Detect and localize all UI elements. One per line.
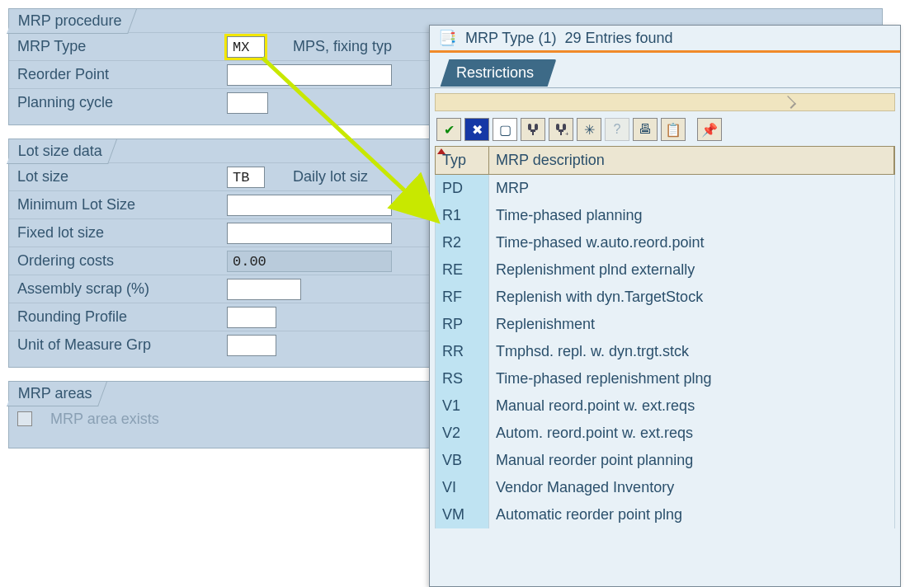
svg-rect-7 xyxy=(560,132,562,135)
table-row[interactable]: VIVendor Managed Inventory xyxy=(436,474,894,501)
find-next-icon[interactable]: + xyxy=(549,118,573,141)
toolbar-separator xyxy=(689,119,694,140)
table-row[interactable]: RRTmphsd. repl. w. dyn.trgt.stck xyxy=(436,338,894,365)
cell-desc: MRP xyxy=(489,175,894,202)
lot-size-input[interactable]: TB xyxy=(227,167,265,188)
table-row[interactable]: PDMRP xyxy=(436,175,894,202)
label-rounding-profile: Rounding Profile xyxy=(17,308,215,326)
clipboard-icon[interactable]: 📋 xyxy=(661,118,686,141)
fixed-lot-size-input[interactable] xyxy=(227,223,392,244)
planning-cycle-input[interactable] xyxy=(227,92,268,114)
cell-typ: RE xyxy=(436,256,489,284)
cell-desc: Replenishment plnd externally xyxy=(489,256,894,284)
mrp-type-input[interactable]: MX xyxy=(227,36,265,58)
cell-desc: Time-phased w.auto.reord.point xyxy=(489,229,894,256)
popup-divider xyxy=(435,93,895,111)
table-body: PDMRPR1Time-phased planningR2Time-phased… xyxy=(435,175,895,528)
table-row[interactable]: V2Autom. reord.point w. ext.reqs xyxy=(436,420,894,447)
table-row[interactable]: RPReplenishment xyxy=(436,311,894,338)
table-row[interactable]: REReplenishment plnd externally xyxy=(436,256,894,284)
table-row[interactable]: R1Time-phased planning xyxy=(436,202,894,229)
cell-typ: VM xyxy=(436,501,489,528)
label-planning-cycle: Planning cycle xyxy=(17,94,215,111)
cell-desc: Tmphsd. repl. w. dyn.trgt.stck xyxy=(489,338,894,365)
cell-typ: V1 xyxy=(436,392,489,420)
cell-desc: Replenish with dyn.TargetStock xyxy=(489,284,894,311)
svg-rect-6 xyxy=(559,129,563,132)
label-reorder-point: Reorder Point xyxy=(17,66,215,83)
label-fixed-lot-size: Fixed lot size xyxy=(17,224,215,242)
cell-desc: Automatic reorder point plng xyxy=(489,501,894,528)
cell-desc: Vendor Managed Inventory xyxy=(489,474,894,501)
table-row[interactable]: RFReplenish with dyn.TargetStock xyxy=(436,284,894,311)
cell-desc: Manual reord.point w. ext.reqs xyxy=(489,392,894,420)
cell-typ: V2 xyxy=(436,420,489,447)
svg-rect-1 xyxy=(535,124,538,130)
label-lot-size: Lot size xyxy=(17,168,215,185)
cell-typ: VB xyxy=(436,447,489,474)
uom-grp-input[interactable] xyxy=(227,335,276,356)
cell-typ: R2 xyxy=(436,229,489,256)
new-icon[interactable]: ▢ xyxy=(493,118,517,141)
mrp-area-exists-label: MRP area exists xyxy=(50,411,159,428)
print-icon[interactable]: 🖶 xyxy=(633,118,658,141)
pin-icon[interactable]: 📌 xyxy=(697,118,722,141)
ordering-costs-input: 0.00 xyxy=(227,251,392,272)
popup-tabbar: Restrictions xyxy=(430,53,900,88)
check-icon[interactable]: ✔ xyxy=(436,118,461,141)
tab-restrictions[interactable]: Restrictions xyxy=(441,59,557,87)
group-title-mrp-procedure: MRP procedure xyxy=(7,9,137,34)
add-column-icon[interactable]: ✳ xyxy=(577,118,601,141)
popup-toolbar: ✔ ✖ ▢ + ✳ ? 🖶 📋 📌 xyxy=(430,116,900,146)
cell-desc: Replenishment xyxy=(489,311,894,338)
cell-typ: R1 xyxy=(436,202,489,229)
group-title-mrp-areas: MRP areas xyxy=(7,382,107,406)
table-row[interactable]: RSTime-phased replenishment plng xyxy=(436,365,894,392)
cell-desc: Time-phased replenishment plng xyxy=(489,365,894,392)
label-assembly-scrap: Assembly scrap (%) xyxy=(17,280,215,298)
help-icon[interactable]: ? xyxy=(605,118,629,141)
cell-desc: Time-phased planning xyxy=(489,202,894,229)
cell-typ: RF xyxy=(436,284,489,311)
f4-help-popup: 📑 MRP Type (1) 29 Entries found Restrict… xyxy=(429,25,901,587)
cell-typ: VI xyxy=(436,474,489,501)
cell-typ: PD xyxy=(436,175,489,202)
lot-size-desc: Daily lot siz xyxy=(293,168,368,185)
svg-rect-4 xyxy=(556,124,559,130)
min-lot-size-input[interactable] xyxy=(227,195,392,216)
table-row[interactable]: V1Manual reord.point w. ext.reqs xyxy=(436,392,894,420)
col-header-typ[interactable]: Typ xyxy=(436,147,489,174)
reorder-point-input[interactable] xyxy=(227,64,392,86)
search-help-icon: 📑 xyxy=(438,30,456,46)
cell-typ: RR xyxy=(436,338,489,365)
rounding-profile-input[interactable] xyxy=(227,307,276,328)
table-row[interactable]: R2Time-phased w.auto.reord.point xyxy=(436,229,894,256)
label-mrp-type: MRP Type xyxy=(17,38,215,55)
svg-rect-0 xyxy=(528,124,531,130)
cell-desc: Autom. reord.point w. ext.reqs xyxy=(489,420,894,447)
find-icon[interactable] xyxy=(521,118,545,141)
svg-rect-2 xyxy=(530,129,535,132)
cell-typ: RP xyxy=(436,311,489,338)
svg-rect-5 xyxy=(563,124,566,130)
svg-text:+: + xyxy=(565,130,568,137)
mrp-type-desc: MPS, fixing typ xyxy=(293,38,392,55)
mrp-area-exists-checkbox xyxy=(17,411,32,426)
label-min-lot-size: Minimum Lot Size xyxy=(17,196,215,214)
cell-desc: Manual reorder point planning xyxy=(489,447,894,474)
table-header: Typ MRP description xyxy=(435,146,895,175)
table-row[interactable]: VMAutomatic reorder point plng xyxy=(436,501,894,528)
cell-typ: RS xyxy=(436,365,489,392)
group-title-lot-size: Lot size data xyxy=(7,139,117,164)
label-ordering-costs: Ordering costs xyxy=(17,252,215,270)
svg-rect-3 xyxy=(532,132,534,135)
col-header-desc[interactable]: MRP description xyxy=(489,147,894,174)
assembly-scrap-input[interactable] xyxy=(227,279,301,300)
label-uom-grp: Unit of Measure Grp xyxy=(17,336,215,354)
table-row[interactable]: VBManual reorder point planning xyxy=(436,447,894,474)
popup-title: 📑 MRP Type (1) 29 Entries found xyxy=(430,26,900,53)
close-icon[interactable]: ✖ xyxy=(464,118,489,141)
